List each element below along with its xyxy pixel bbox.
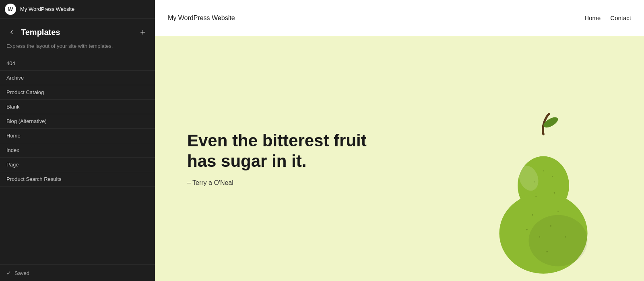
chevron-left-icon — [8, 29, 15, 36]
topbar-site-title: My WordPress Website — [20, 6, 74, 12]
sidebar-description: Express the layout of your site with tem… — [0, 41, 155, 56]
hero-author: – Terry a O'Neal — [187, 179, 612, 187]
svg-point-13 — [565, 236, 566, 238]
list-item[interactable]: Blog (Alternative) — [0, 114, 155, 129]
sidebar-header: Templates — [0, 18, 155, 41]
saved-status: Saved — [14, 270, 29, 276]
hero-text: Even the bitterest fruit has sugar in it… — [187, 131, 612, 187]
list-item[interactable]: Index — [0, 143, 155, 158]
sidebar-footer: ✓ Saved — [0, 265, 155, 281]
add-template-button[interactable] — [137, 27, 149, 38]
back-button[interactable] — [6, 27, 17, 37]
svg-point-7 — [532, 214, 533, 216]
preview-area: My WordPress Website Home Contact Even t… — [155, 0, 644, 281]
saved-check-icon: ✓ — [6, 270, 11, 276]
svg-point-15 — [554, 192, 555, 194]
svg-point-9 — [539, 236, 541, 238]
preview-site-name: My WordPress Website — [168, 14, 235, 22]
svg-point-6 — [528, 215, 587, 267]
sidebar-title: Templates — [21, 28, 133, 37]
wp-logo: W — [5, 4, 16, 15]
list-item[interactable]: 404 — [0, 56, 155, 71]
svg-point-11 — [526, 229, 528, 230]
list-item[interactable]: Home — [0, 129, 155, 143]
nav-item-home[interactable]: Home — [584, 14, 601, 21]
preview-nav: Home Contact — [584, 14, 631, 21]
list-item[interactable]: Archive — [0, 71, 155, 85]
list-item[interactable]: Blank — [0, 100, 155, 114]
sidebar: W My WordPress Website Templates Express… — [0, 0, 155, 281]
hero-quote: Even the bitterest fruit has sugar in it… — [187, 131, 372, 171]
svg-point-12 — [546, 251, 548, 252]
nav-item-contact[interactable]: Contact — [610, 14, 631, 21]
list-item[interactable]: Page — [0, 158, 155, 172]
svg-point-14 — [535, 196, 537, 197]
template-list: 404 Archive Product Catalog Blank Blog (… — [0, 56, 155, 265]
svg-point-8 — [550, 225, 551, 227]
preview-header: My WordPress Website Home Contact — [155, 0, 644, 36]
list-item[interactable]: Product Catalog — [0, 85, 155, 100]
plus-icon — [139, 28, 147, 36]
svg-point-10 — [557, 211, 559, 212]
list-item[interactable]: Product Search Results — [0, 172, 155, 187]
preview-hero: Even the bitterest fruit has sugar in it… — [155, 36, 644, 281]
sidebar-topbar: W My WordPress Website — [0, 0, 155, 18]
